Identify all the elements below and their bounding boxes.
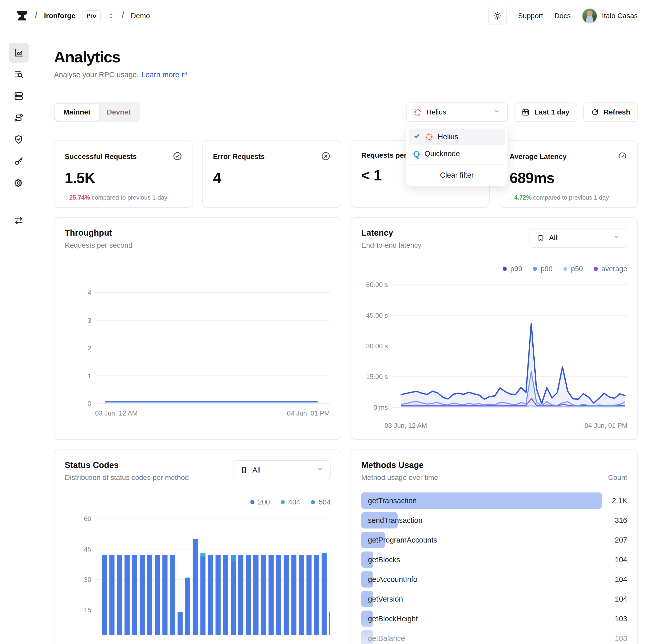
- check-circle-icon: [172, 151, 182, 162]
- sidebar-item-api-keys[interactable]: [9, 151, 29, 171]
- stat-delta: ↓4.72% compared to previous 1 day: [510, 194, 627, 201]
- transfers-swap-icon: [13, 216, 24, 226]
- provider-select-wrap: Helius Helius: [406, 103, 508, 122]
- chart-title: Throughput: [65, 228, 331, 238]
- legend-dot: [563, 267, 567, 271]
- svg-text:3: 3: [88, 316, 91, 324]
- legend-item-p50: p50: [563, 265, 583, 273]
- org-switcher-updown-icon[interactable]: [107, 12, 115, 20]
- anvil-logo-icon[interactable]: [14, 9, 28, 23]
- sidebar-item-analytics[interactable]: [9, 43, 29, 63]
- chart-subtitle: End-to-end latency: [361, 241, 422, 249]
- svg-text:60.00 s: 60.00 s: [366, 281, 388, 288]
- page-subtitle: Analyse your RPC usage. Learn more: [54, 71, 638, 79]
- legend-item-404: 404: [281, 498, 300, 506]
- theme-toggle-button[interactable]: [488, 7, 507, 25]
- chevron-down-icon: [613, 233, 620, 242]
- status-codes-card: Status Codes Distribution of status code…: [54, 450, 341, 644]
- network-tab-devnet[interactable]: Devnet: [99, 104, 139, 121]
- support-link[interactable]: Support: [518, 12, 543, 20]
- breadcrumb-project[interactable]: Demo: [131, 12, 150, 20]
- learn-more-link[interactable]: Learn more: [141, 71, 188, 79]
- legend-item-p99: p99: [503, 265, 522, 273]
- sidebar-item-logs[interactable]: [9, 64, 29, 84]
- stat-title: Successful Requests: [65, 152, 137, 161]
- docs-link[interactable]: Docs: [554, 12, 571, 20]
- method-row-getAccountInfo: getAccountInfo 104: [361, 571, 627, 588]
- status-codes-legend: 200404504: [65, 498, 331, 506]
- bookmark-icon: [537, 234, 544, 242]
- date-range-button[interactable]: Last 1 day: [514, 103, 577, 122]
- chevron-down-icon: [493, 108, 500, 116]
- methods-count-header: Count: [608, 474, 627, 482]
- legend-item-p90: p90: [533, 265, 552, 273]
- method-count: 104: [615, 595, 627, 603]
- provider-option-helius[interactable]: Helius: [409, 129, 505, 145]
- refresh-button[interactable]: Refresh: [583, 103, 638, 122]
- breadcrumb-slash: /: [122, 10, 124, 21]
- method-name: getProgramAccounts: [368, 536, 437, 544]
- provider-select[interactable]: Helius: [406, 103, 508, 122]
- sidebar-item-transfers[interactable]: [9, 211, 29, 230]
- user-avatar: [582, 8, 597, 24]
- svg-text:0: 0: [88, 400, 91, 408]
- external-link-icon: [181, 72, 188, 78]
- legend-dot: [250, 500, 254, 504]
- x-circle-icon: [321, 151, 331, 162]
- method-row-getBlocks: getBlocks 104: [361, 552, 627, 568]
- chart-title: Methods Usage: [361, 460, 627, 470]
- check-icon: [413, 132, 420, 141]
- svg-text:03 Jun, 12 AM: 03 Jun, 12 AM: [385, 422, 427, 429]
- legend-dot: [281, 500, 285, 504]
- settings-gear-icon: [13, 178, 24, 188]
- logs-search-icon: [13, 69, 24, 80]
- stat-title: Error Requests: [213, 152, 265, 161]
- throughput-card: Throughput Requests per second 4321003 J…: [54, 217, 341, 440]
- method-count: 2.1K: [612, 496, 627, 505]
- svg-text:45: 45: [84, 545, 91, 553]
- methods-subtitle: Method usage over time: [361, 474, 438, 482]
- breadcrumb: / Ironforge Pro / Demo: [14, 9, 150, 23]
- svg-text:4: 4: [88, 289, 91, 297]
- status-codes-filter-select[interactable]: All: [233, 460, 331, 480]
- method-name: getBalance: [368, 634, 405, 642]
- method-row-getTransaction: getTransaction 2.1K: [361, 493, 627, 509]
- sidebar-item-nodes[interactable]: [9, 86, 29, 106]
- legend-dot: [594, 267, 598, 271]
- user-menu[interactable]: Italo Casas: [582, 8, 638, 24]
- svg-text:30.00 s: 30.00 s: [366, 342, 388, 350]
- latency-filter-select[interactable]: All: [529, 228, 627, 248]
- gauge-icon: [618, 151, 627, 162]
- svg-text:15.00 s: 15.00 s: [366, 373, 388, 381]
- method-row-sendTransaction: sendTransaction 316: [361, 512, 627, 529]
- network-tab-mainnet[interactable]: Mainnet: [55, 104, 99, 121]
- stat-value: 689ms: [510, 169, 627, 186]
- plan-badge: Pro: [82, 10, 101, 22]
- svg-text:0 ms: 0 ms: [374, 403, 388, 411]
- svg-text:04 Jun, 01 PM: 04 Jun, 01 PM: [585, 422, 627, 429]
- methods-subheader: Method usage over time Count: [361, 474, 627, 482]
- method-row-getBlockHeight: getBlockHeight 103: [361, 611, 627, 627]
- toolbar-right: Helius Helius: [406, 103, 638, 122]
- status-codes-bar-chart: 60453015: [65, 507, 331, 636]
- top-navbar: / Ironforge Pro / Demo Support Docs Ital…: [0, 0, 652, 32]
- breadcrumb-org[interactable]: Ironforge: [44, 12, 76, 20]
- legend-dot: [533, 267, 537, 271]
- method-count: 103: [615, 614, 627, 623]
- svg-text:2: 2: [88, 344, 91, 352]
- chart-subtitle: Distribution of status codes per method: [65, 474, 189, 482]
- refresh-icon: [591, 108, 599, 116]
- provider-option-quicknode[interactable]: Q Quicknode: [409, 145, 505, 162]
- sidebar-item-routes[interactable]: [9, 108, 29, 128]
- clear-filter-button[interactable]: Clear filter: [409, 167, 505, 184]
- svg-text:15: 15: [84, 606, 91, 614]
- sidebar-item-security[interactable]: [9, 130, 29, 149]
- rpc-nodes-icon: [13, 91, 24, 101]
- sidebar-item-settings[interactable]: [9, 173, 29, 193]
- method-count: 207: [615, 536, 627, 544]
- method-name: getBlocks: [368, 555, 400, 564]
- quicknode-logo-icon: Q: [413, 149, 420, 158]
- method-row-getVersion: getVersion 104: [361, 591, 627, 607]
- navbar-actions: Support Docs Italo Casas: [488, 7, 638, 25]
- method-count: 103: [615, 634, 627, 642]
